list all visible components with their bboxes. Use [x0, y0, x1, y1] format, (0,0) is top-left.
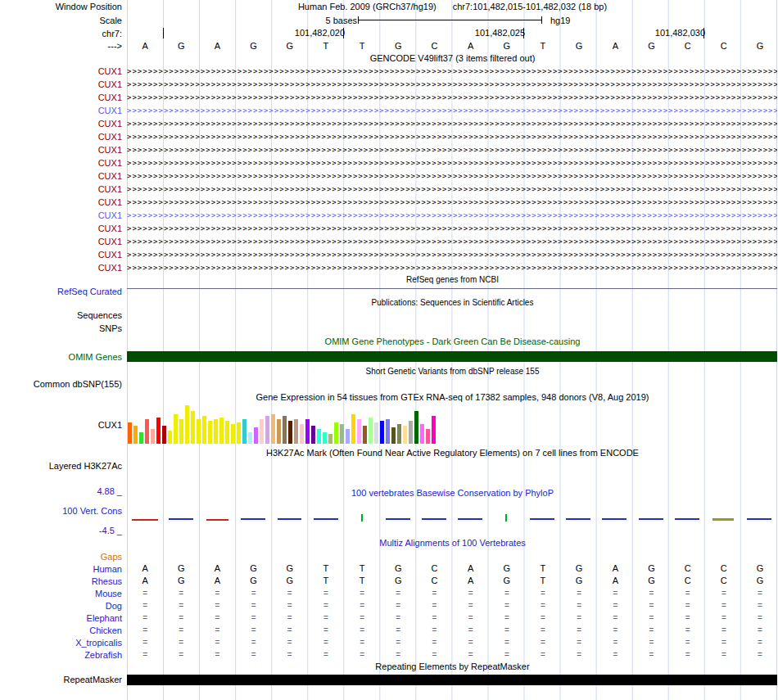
repeatmasker-track[interactable] — [127, 672, 778, 687]
transcript-direction-arrows[interactable]: >>>>>>>>>>>>>>>>>>>>>>>>>>>>>>>>>>>>>>>>… — [127, 120, 777, 128]
gtex-tissue-bar[interactable] — [283, 416, 287, 444]
gtex-expression-track[interactable] — [127, 404, 778, 446]
gtex-tissue-bar[interactable] — [248, 432, 252, 444]
gencode-transcript-label[interactable]: CUX1 — [0, 235, 127, 248]
gtex-tissue-bar[interactable] — [397, 424, 401, 444]
transcript-direction-arrows[interactable]: >>>>>>>>>>>>>>>>>>>>>>>>>>>>>>>>>>>>>>>>… — [127, 94, 777, 102]
gtex-tissue-bar[interactable] — [357, 419, 361, 444]
gtex-tissue-bar[interactable] — [219, 418, 224, 444]
gtex-tissue-bar[interactable] — [225, 421, 229, 444]
gtex-tissue-bar[interactable] — [254, 427, 258, 444]
gtex-tissue-bar[interactable] — [305, 419, 310, 444]
gtex-tissue-bar[interactable] — [185, 405, 189, 444]
gtex-tissue-bar[interactable] — [311, 426, 315, 444]
gencode-transcript-label[interactable]: CUX1 — [0, 209, 127, 222]
multiz-human-track[interactable]: AGAGGTTGCAGTGAGCCG — [127, 562, 778, 575]
gtex-tissue-bar[interactable] — [128, 422, 132, 444]
gtex-tissue-bar[interactable] — [391, 427, 396, 444]
gencode-transcript-label[interactable]: CUX1 — [0, 156, 127, 169]
transcript-direction-arrows[interactable]: >>>>>>>>>>>>>>>>>>>>>>>>>>>>>>>>>>>>>>>>… — [127, 264, 777, 272]
gencode-transcript-row[interactable]: CUX1 >>>>>>>>>>>>>>>>>>>>>>>>>>>>>>>>>>>… — [0, 104, 778, 117]
gencode-transcript-row[interactable]: CUX1 >>>>>>>>>>>>>>>>>>>>>>>>>>>>>>>>>>>… — [0, 169, 778, 183]
gtex-tissue-bar[interactable] — [426, 429, 430, 444]
multiz-mouse-track[interactable]: ================== — [127, 587, 778, 599]
transcript-direction-arrows[interactable]: >>>>>>>>>>>>>>>>>>>>>>>>>>>>>>>>>>>>>>>>… — [127, 133, 777, 141]
gtex-tissue-bar[interactable] — [174, 414, 178, 444]
gtex-tissue-bar[interactable] — [197, 419, 201, 444]
transcript-direction-arrows[interactable]: >>>>>>>>>>>>>>>>>>>>>>>>>>>>>>>>>>>>>>>>… — [127, 68, 777, 75]
gencode-transcript-label[interactable]: CUX1 — [0, 196, 127, 209]
transcript-direction-arrows[interactable]: >>>>>>>>>>>>>>>>>>>>>>>>>>>>>>>>>>>>>>>>… — [127, 173, 777, 180]
gtex-tissue-bar[interactable] — [334, 422, 338, 444]
gtex-tissue-bar[interactable] — [351, 414, 355, 444]
multiz-zebrafish-track[interactable]: ================== — [127, 648, 778, 661]
gtex-tissue-bar[interactable] — [340, 424, 344, 444]
gencode-transcript-label[interactable]: CUX1 — [0, 104, 127, 117]
gtex-tissue-bar[interactable] — [300, 424, 304, 444]
gencode-transcript-label[interactable]: CUX1 — [0, 248, 127, 261]
gtex-tissue-bar[interactable] — [409, 421, 413, 444]
gtex-tissue-bar[interactable] — [414, 411, 418, 444]
gtex-tissue-bar[interactable] — [369, 418, 373, 444]
gencode-transcript-row[interactable]: CUX1 >>>>>>>>>>>>>>>>>>>>>>>>>>>>>>>>>>>… — [0, 248, 778, 261]
gtex-tissue-bar[interactable] — [328, 434, 332, 444]
multiz-dog-track[interactable]: ================== — [127, 599, 778, 612]
gencode-transcript-label[interactable]: CUX1 — [0, 117, 127, 130]
gtex-tissue-bar[interactable] — [179, 419, 183, 444]
gencode-transcript-row[interactable]: CUX1 >>>>>>>>>>>>>>>>>>>>>>>>>>>>>>>>>>>… — [0, 65, 778, 78]
gencode-transcript-row[interactable]: CUX1 >>>>>>>>>>>>>>>>>>>>>>>>>>>>>>>>>>>… — [0, 261, 778, 274]
gencode-transcript-row[interactable]: CUX1 >>>>>>>>>>>>>>>>>>>>>>>>>>>>>>>>>>>… — [0, 183, 778, 196]
repeatmasker-element-bar[interactable] — [127, 675, 777, 685]
gencode-transcript-row[interactable]: CUX1 >>>>>>>>>>>>>>>>>>>>>>>>>>>>>>>>>>>… — [0, 130, 778, 143]
gencode-transcript-row[interactable]: CUX1 >>>>>>>>>>>>>>>>>>>>>>>>>>>>>>>>>>>… — [0, 196, 778, 209]
multiz-elephant-track[interactable]: ================== — [127, 612, 778, 624]
gencode-transcript-row[interactable]: CUX1 >>>>>>>>>>>>>>>>>>>>>>>>>>>>>>>>>>>… — [0, 117, 778, 130]
gtex-tissue-bar[interactable] — [260, 419, 264, 444]
transcript-direction-arrows[interactable]: >>>>>>>>>>>>>>>>>>>>>>>>>>>>>>>>>>>>>>>>… — [127, 81, 777, 88]
gtex-tissue-bar[interactable] — [386, 419, 390, 444]
gtex-tissue-bar[interactable] — [420, 424, 424, 444]
snps-track[interactable] — [127, 322, 778, 335]
multiz-gaps-track[interactable] — [127, 550, 778, 562]
gtex-tissue-bar[interactable] — [317, 429, 321, 444]
multiz-chicken-track[interactable]: ================== — [127, 624, 778, 636]
gtex-tissue-bar[interactable] — [231, 424, 235, 444]
gencode-transcript-label[interactable]: CUX1 — [0, 261, 127, 274]
gencode-transcript-row[interactable]: CUX1 >>>>>>>>>>>>>>>>>>>>>>>>>>>>>>>>>>>… — [0, 91, 778, 104]
common-dbsnp-track[interactable] — [127, 377, 778, 391]
gencode-transcript-row[interactable]: CUX1 >>>>>>>>>>>>>>>>>>>>>>>>>>>>>>>>>>>… — [0, 209, 778, 222]
gtex-tissue-bar[interactable] — [145, 419, 149, 444]
transcript-direction-arrows[interactable]: >>>>>>>>>>>>>>>>>>>>>>>>>>>>>>>>>>>>>>>>… — [127, 186, 777, 193]
gencode-transcript-row[interactable]: CUX1 >>>>>>>>>>>>>>>>>>>>>>>>>>>>>>>>>>>… — [0, 78, 778, 91]
gencode-transcript-label[interactable]: CUX1 — [0, 78, 127, 91]
transcript-direction-arrows[interactable]: >>>>>>>>>>>>>>>>>>>>>>>>>>>>>>>>>>>>>>>>… — [127, 160, 777, 167]
gtex-tissue-bar[interactable] — [277, 419, 281, 444]
omim-gene-bar[interactable] — [127, 351, 777, 362]
gencode-transcript-row[interactable]: CUX1 >>>>>>>>>>>>>>>>>>>>>>>>>>>>>>>>>>>… — [0, 222, 778, 235]
gencode-transcript-label[interactable]: CUX1 — [0, 169, 127, 183]
transcript-direction-arrows[interactable]: >>>>>>>>>>>>>>>>>>>>>>>>>>>>>>>>>>>>>>>>… — [127, 107, 777, 115]
gtex-tissue-bar[interactable] — [168, 431, 172, 444]
transcript-direction-arrows[interactable]: >>>>>>>>>>>>>>>>>>>>>>>>>>>>>>>>>>>>>>>>… — [127, 199, 777, 206]
gtex-tissue-bar[interactable] — [156, 418, 161, 444]
gtex-tissue-bar[interactable] — [346, 429, 350, 444]
gtex-tissue-bar[interactable] — [242, 419, 247, 444]
gencode-transcript-row[interactable]: CUX1 >>>>>>>>>>>>>>>>>>>>>>>>>>>>>>>>>>>… — [0, 143, 778, 156]
gtex-tissue-bar[interactable] — [237, 422, 241, 444]
transcript-direction-arrows[interactable]: >>>>>>>>>>>>>>>>>>>>>>>>>>>>>>>>>>>>>>>>… — [127, 147, 777, 154]
transcript-direction-arrows[interactable]: >>>>>>>>>>>>>>>>>>>>>>>>>>>>>>>>>>>>>>>>… — [127, 238, 777, 246]
gtex-tissue-bar[interactable] — [162, 426, 166, 444]
gtex-tissue-bar[interactable] — [403, 426, 407, 444]
gtex-tissue-bar[interactable] — [133, 426, 138, 444]
transcript-direction-arrows[interactable]: >>>>>>>>>>>>>>>>>>>>>>>>>>>>>>>>>>>>>>>>… — [127, 212, 777, 219]
gtex-tissue-bar[interactable] — [139, 432, 143, 444]
gencode-transcript-label[interactable]: CUX1 — [0, 130, 127, 143]
gencode-transcript-label[interactable]: CUX1 — [0, 183, 127, 196]
gtex-tissue-bar[interactable] — [432, 416, 436, 444]
layered-h3k27ac-track[interactable] — [127, 459, 778, 472]
gtex-tissue-bar[interactable] — [374, 422, 378, 444]
transcript-direction-arrows[interactable]: >>>>>>>>>>>>>>>>>>>>>>>>>>>>>>>>>>>>>>>>… — [127, 251, 777, 259]
gencode-transcript-label[interactable]: CUX1 — [0, 65, 127, 78]
omim-genes-track[interactable] — [127, 348, 778, 366]
multiz-rhesus-track[interactable]: AGAGGTTGCAGTGAGCCG — [127, 575, 778, 587]
